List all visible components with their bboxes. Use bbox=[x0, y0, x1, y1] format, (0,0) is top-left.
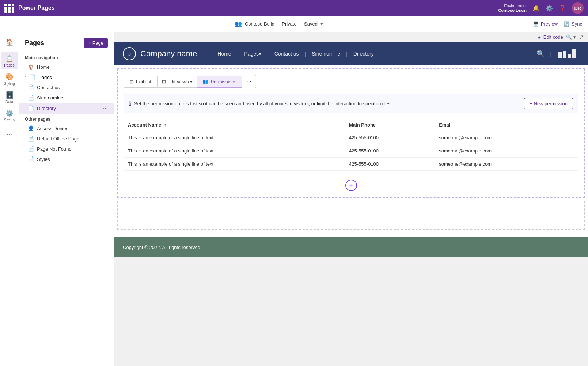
separator: - bbox=[277, 21, 279, 27]
zoom-controls[interactable]: 🔍 ▾ bbox=[566, 34, 576, 40]
app-grid-icon[interactable] bbox=[4, 4, 15, 13]
permissions-icon: 👥 bbox=[202, 79, 208, 84]
new-permission-button[interactable]: + New permission bbox=[524, 98, 573, 109]
edit-code-button[interactable]: ◈ Edit code bbox=[538, 34, 563, 40]
styles-icon: 📄 bbox=[28, 156, 34, 162]
expand-icon[interactable]: ⤢ bbox=[579, 34, 584, 41]
nav-item-styles[interactable]: 📄 Styles bbox=[19, 154, 114, 164]
nav-item-default-offline[interactable]: 📄 Default Offline Page bbox=[19, 133, 114, 144]
nav-item-label: Access Denied bbox=[37, 126, 69, 131]
site-nav-links: Home | Pages▾ | Contact us | Sine nomine… bbox=[212, 51, 379, 57]
svg-rect-0 bbox=[558, 52, 562, 58]
directory-page-icon: 📄 bbox=[28, 105, 34, 111]
avatar[interactable]: DR bbox=[572, 2, 584, 14]
empty-section bbox=[117, 201, 585, 230]
permissions-button[interactable]: 👥 Permissions bbox=[197, 76, 242, 88]
permission-info-bar: ℹ Set the permission on this List so it … bbox=[124, 94, 578, 113]
website-preview: ○ Company name Home | Pages▾ | Contact u… bbox=[114, 42, 588, 257]
edit-code-vs-icon: ◈ bbox=[538, 34, 541, 40]
table-cell-email: someone@example.com bbox=[435, 131, 578, 144]
table-cell-phone: 425-555-0100 bbox=[345, 158, 435, 171]
sync-button[interactable]: 🔄 Sync bbox=[564, 21, 582, 27]
site-nav-right: 🔍 | bbox=[536, 49, 579, 59]
main-layout: 🏠 📋 Pages 🎨 Styling 🗄️ Data ⚙️ Set up ··… bbox=[0, 32, 588, 366]
nav-item-directory[interactable]: 📄 Directory ··· bbox=[19, 103, 114, 114]
site-nav-directory[interactable]: Directory bbox=[348, 51, 380, 57]
table-cell-account: This is an example of a single line of t… bbox=[124, 131, 345, 144]
svg-rect-2 bbox=[568, 54, 571, 58]
sidebar-data-icon[interactable]: 🗄️ Data bbox=[1, 88, 18, 106]
nav-item-label: Sine nomine bbox=[37, 95, 63, 101]
more-options-icon: ··· bbox=[246, 78, 251, 84]
top-navigation: Power Pages Environment Contoso Learn 🔔 … bbox=[0, 0, 588, 16]
site-search-icon[interactable]: 🔍 bbox=[536, 50, 545, 58]
edit-views-chevron: ▾ bbox=[190, 79, 193, 84]
chevron-right-icon: › bbox=[25, 75, 26, 80]
info-icon: ℹ bbox=[129, 100, 131, 107]
site-status: Saved bbox=[304, 21, 318, 27]
site-nav-divider-right: | bbox=[550, 51, 551, 57]
add-page-button[interactable]: + Page bbox=[84, 38, 108, 48]
list-widget-container: ⊞ Edit list ⊟ Edit views ▾ 👥 Permissions… bbox=[117, 68, 585, 198]
zoom-dropdown-icon: ▾ bbox=[573, 34, 576, 40]
site-visibility: Private bbox=[282, 21, 296, 27]
preview-button[interactable]: 🖥️ Preview bbox=[533, 21, 558, 27]
more-options-button[interactable]: ··· bbox=[242, 75, 256, 88]
settings-icon[interactable]: ⚙️ bbox=[546, 5, 553, 12]
site-nav-contact[interactable]: Contact us bbox=[269, 51, 305, 57]
site-footer: Copyright © 2022. All rights reserved. bbox=[114, 237, 588, 257]
default-offline-icon: 📄 bbox=[28, 136, 34, 142]
nav-item-label: Directory bbox=[37, 106, 56, 111]
sidebar-home-icon[interactable]: 🏠 bbox=[1, 34, 18, 51]
nav-item-label: Styles bbox=[37, 156, 50, 162]
sync-icon: 🔄 bbox=[564, 21, 569, 27]
nav-item-label: Home bbox=[37, 64, 50, 70]
edit-views-button[interactable]: ⊟ Edit views ▾ bbox=[158, 76, 198, 88]
edit-views-icon: ⊟ bbox=[162, 79, 166, 84]
footer-text: Copyright © 2022. All rights reserved. bbox=[123, 245, 202, 250]
pages-page-icon: 📄 bbox=[29, 74, 35, 80]
directory-more-button[interactable]: ··· bbox=[103, 105, 108, 112]
nav-item-sine-nomine[interactable]: 📄 Sine nomine bbox=[19, 93, 114, 103]
table-header-main-phone[interactable]: Main Phone bbox=[345, 119, 435, 131]
main-nav-title: Main navigation bbox=[19, 52, 114, 62]
edit-list-icon: ⊞ bbox=[130, 79, 134, 84]
data-table: Account Name ↑ Main Phone Email bbox=[124, 119, 578, 171]
site-nav-home[interactable]: Home bbox=[212, 51, 237, 57]
nav-item-home[interactable]: 🏠 Home bbox=[19, 62, 114, 72]
help-icon[interactable]: ❓ bbox=[559, 5, 566, 12]
table-cell-email: someone@example.com bbox=[435, 158, 578, 171]
pages-panel-title: Pages bbox=[25, 39, 44, 47]
sidebar-setup-icon[interactable]: ⚙️ Set up bbox=[1, 107, 18, 124]
nav-item-page-not-found[interactable]: 📄 Page Not Found bbox=[19, 144, 114, 154]
nav-item-access-denied[interactable]: 👤 Access Denied bbox=[19, 123, 114, 133]
preview-icon: 🖥️ bbox=[533, 21, 539, 27]
nav-item-pages[interactable]: › 📄 Pages bbox=[19, 72, 114, 82]
site-logo-circle: ○ bbox=[123, 47, 136, 60]
table-cell-account: This is an example of a single line of t… bbox=[124, 144, 345, 158]
table-header-email[interactable]: Email bbox=[435, 119, 578, 131]
table-cell-phone: 425-555-0100 bbox=[345, 131, 435, 144]
site-nav-sine-nomine[interactable]: Sine nomine bbox=[306, 51, 346, 57]
sidebar-styling-icon[interactable]: 🎨 Styling bbox=[1, 70, 18, 88]
second-bar: 👥 Contoso Build - Private - Saved ▾ 🖥️ P… bbox=[0, 16, 588, 32]
site-nav-chart-icon bbox=[557, 49, 579, 59]
sidebar-pages-icon[interactable]: 📋 Pages bbox=[1, 52, 18, 69]
notification-icon[interactable]: 🔔 bbox=[532, 5, 540, 12]
site-nav-pages[interactable]: Pages▾ bbox=[238, 51, 267, 57]
list-toolbar: ⊞ Edit list ⊟ Edit views ▾ 👥 Permissions… bbox=[124, 75, 578, 88]
nav-item-label: Default Offline Page bbox=[37, 136, 79, 142]
nav-item-contact[interactable]: 📄 Contact us bbox=[19, 82, 114, 93]
table-row: This is an example of a single line of t… bbox=[124, 158, 578, 171]
add-section-button[interactable]: + bbox=[345, 180, 357, 191]
table-cell-phone: 425-555-0100 bbox=[345, 144, 435, 158]
pages-panel: Pages + Page Main navigation 🏠 Home › 📄 … bbox=[19, 32, 114, 366]
sidebar-more-icon[interactable]: ··· bbox=[1, 125, 18, 143]
table-header-account-name[interactable]: Account Name ↑ bbox=[124, 119, 345, 131]
access-denied-icon: 👤 bbox=[28, 125, 34, 131]
page-not-found-icon: 📄 bbox=[28, 146, 34, 152]
table-row: This is an example of a single line of t… bbox=[124, 131, 578, 144]
sort-arrow-icon: ↑ bbox=[164, 122, 166, 128]
dropdown-chevron-icon[interactable]: ▾ bbox=[320, 21, 323, 27]
edit-list-button[interactable]: ⊞ Edit list bbox=[124, 76, 158, 88]
